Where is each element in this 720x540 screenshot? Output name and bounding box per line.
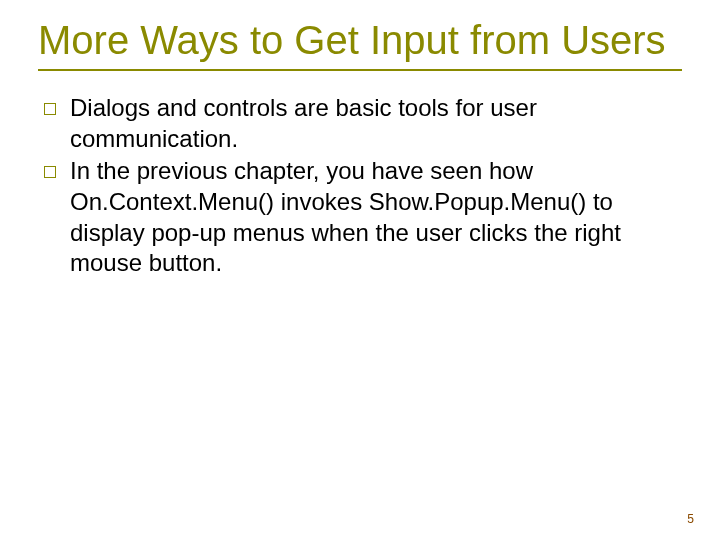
square-bullet-icon: [44, 166, 56, 178]
bullet-text: In the previous chapter, you have seen h…: [70, 156, 662, 279]
slide-title: More Ways to Get Input from Users: [38, 18, 682, 67]
slide-body: Dialogs and controls are basic tools for…: [38, 93, 682, 279]
page-number: 5: [687, 512, 694, 526]
bullet-item: Dialogs and controls are basic tools for…: [44, 93, 662, 154]
title-underline: [38, 69, 682, 71]
bullet-item: In the previous chapter, you have seen h…: [44, 156, 662, 279]
square-bullet-icon: [44, 103, 56, 115]
slide-container: More Ways to Get Input from Users Dialog…: [0, 0, 720, 540]
bullet-text: Dialogs and controls are basic tools for…: [70, 93, 662, 154]
